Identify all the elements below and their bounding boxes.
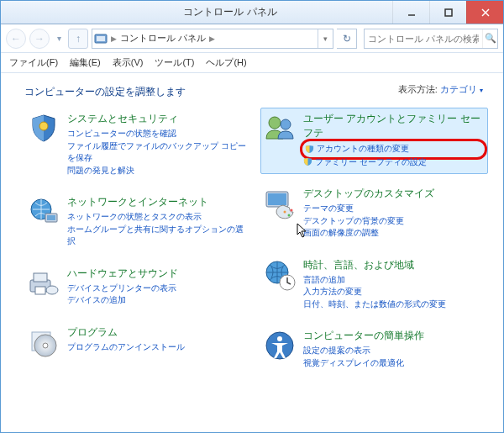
view-mode: 表示方法: カテゴリ ▾: [398, 83, 483, 96]
svg-point-16: [43, 343, 48, 348]
history-dropdown-icon[interactable]: ▾: [53, 29, 65, 49]
maximize-button[interactable]: [429, 1, 466, 24]
category-network[interactable]: ネットワークとインターネット ネットワークの状態とタスクの表示 ホームグループと…: [24, 191, 252, 254]
category-link[interactable]: 言語の追加: [303, 274, 446, 287]
svg-point-23: [291, 209, 293, 212]
refresh-button[interactable]: ↻: [337, 29, 357, 49]
svg-rect-11: [34, 273, 47, 282]
category-user-accounts[interactable]: ユーザー アカウントとファミリー セーフテ アカウントの種類の変更 ファミリー …: [260, 108, 488, 174]
accessibility-icon: [263, 329, 297, 362]
svg-point-6: [39, 122, 48, 130]
close-button[interactable]: [466, 1, 503, 24]
category-link[interactable]: 視覚ディスプレイの最適化: [303, 357, 424, 370]
search-input[interactable]: [365, 34, 482, 44]
category-link[interactable]: 設定の提案の表示: [303, 345, 424, 357]
category-programs[interactable]: プログラム プログラムのアンインストール: [24, 321, 252, 365]
category-link[interactable]: プログラムのアンインストール: [67, 341, 185, 354]
svg-point-27: [277, 336, 282, 341]
category-link[interactable]: 画面の解像度の調整: [303, 227, 434, 240]
up-button[interactable]: ↑: [68, 29, 88, 49]
svg-point-13: [46, 286, 58, 294]
globe-clock-icon: [263, 258, 297, 292]
content-area: コンピューターの設定を調整します 表示方法: カテゴリ ▾ システムとセキュリテ…: [1, 73, 503, 432]
view-mode-value[interactable]: カテゴリ: [440, 84, 477, 94]
svg-rect-12: [35, 287, 45, 294]
category-title[interactable]: プログラム: [67, 325, 185, 340]
breadcrumb-item[interactable]: コントロール パネル: [118, 32, 207, 45]
breadcrumb-dropdown-icon[interactable]: ▾: [318, 29, 333, 48]
category-title[interactable]: コンピューターの簡単操作: [303, 329, 424, 343]
category-link[interactable]: 問題の発見と解決: [67, 165, 248, 177]
chevron-right-icon: ▶: [109, 34, 118, 43]
view-mode-label: 表示方法:: [398, 84, 438, 94]
users-icon: [263, 112, 297, 145]
disc-icon: [27, 325, 60, 359]
svg-point-17: [269, 117, 281, 129]
category-hardware[interactable]: ハードウェアとサウンド デバイスとプリンターの表示 デバイスの追加: [24, 262, 252, 313]
menu-edit[interactable]: 編集(E): [65, 55, 106, 71]
menu-bar: ファイル(F) 編集(E) 表示(V) ツール(T) ヘルプ(H): [1, 53, 503, 73]
svg-point-21: [284, 211, 286, 214]
monitor-palette-icon: [263, 187, 297, 220]
uac-shield-icon: [305, 145, 314, 154]
printer-icon: [27, 267, 60, 300]
category-link[interactable]: 日付、時刻、または数値の形式の変更: [303, 298, 446, 311]
chevron-right-icon: ▶: [207, 34, 217, 43]
back-button[interactable]: ←: [6, 29, 26, 49]
category-link[interactable]: デバイスとプリンターの表示: [67, 283, 178, 295]
category-link[interactable]: ファミリー セーフティの設定: [303, 156, 484, 169]
control-panel-icon: [92, 32, 109, 45]
svg-line-3: [482, 9, 489, 16]
breadcrumb[interactable]: ▶ コントロール パネル ▶ ▾: [92, 29, 333, 49]
category-title[interactable]: ユーザー アカウントとファミリー セーフテ: [303, 112, 484, 140]
category-system-security[interactable]: システムとセキュリティ コンピューターの状態を確認 ファイル履歴でファイルのバッ…: [24, 108, 252, 182]
category-clock-region[interactable]: 時計、言語、および地域 言語の追加 入力方法の変更 日付、時刻、または数値の形式…: [260, 254, 488, 317]
uac-shield-icon: [303, 157, 312, 166]
category-link[interactable]: コンピューターの状態を確認: [67, 128, 248, 140]
svg-rect-1: [445, 9, 452, 16]
svg-rect-20: [268, 193, 286, 205]
search-box[interactable]: 🔍: [364, 29, 498, 49]
category-link[interactable]: デバイスの追加: [67, 294, 178, 307]
minimize-button[interactable]: [392, 1, 429, 24]
category-title[interactable]: システムとセキュリティ: [67, 112, 248, 126]
address-bar: ← → ▾ ↑ ▶ コントロール パネル ▶ ▾ ↻ 🔍: [1, 24, 503, 53]
window-title: コントロール パネル: [68, 5, 392, 19]
category-title[interactable]: デスクトップのカスタマイズ: [303, 187, 434, 201]
category-link[interactable]: ホームグループと共有に関するオプションの選択: [67, 224, 248, 248]
svg-rect-5: [97, 36, 105, 41]
category-link[interactable]: ネットワークの状態とタスクの表示: [67, 211, 248, 224]
category-appearance[interactable]: デスクトップのカスタマイズ テーマの変更 デスクトップの背景の変更 画面の解像度…: [260, 182, 488, 246]
category-link[interactable]: デスクトップの背景の変更: [303, 215, 434, 228]
svg-rect-9: [47, 215, 55, 220]
category-title[interactable]: ネットワークとインターネット: [67, 195, 248, 209]
menu-tools[interactable]: ツール(T): [150, 55, 199, 71]
search-icon[interactable]: 🔍: [482, 29, 497, 48]
shield-icon: [27, 112, 60, 145]
svg-line-2: [482, 9, 489, 16]
forward-button[interactable]: →: [29, 29, 50, 49]
category-link[interactable]: ファイル履歴でファイルのバックアップ コピーを保存: [67, 140, 248, 165]
category-title[interactable]: 時計、言語、および地域: [303, 258, 446, 272]
menu-view[interactable]: 表示(V): [108, 55, 149, 71]
menu-help[interactable]: ヘルプ(H): [201, 55, 251, 71]
svg-point-22: [288, 214, 291, 217]
category-link[interactable]: テーマの変更: [303, 203, 434, 215]
menu-file[interactable]: ファイル(F): [4, 55, 63, 71]
category-ease-of-access[interactable]: コンピューターの簡単操作 設定の提案の表示 視覚ディスプレイの最適化: [260, 325, 488, 375]
chevron-down-icon[interactable]: ▾: [480, 87, 483, 94]
svg-point-18: [281, 119, 291, 129]
titlebar: コントロール パネル: [1, 1, 503, 24]
category-title[interactable]: ハードウェアとサウンド: [67, 267, 178, 281]
link-change-account-type[interactable]: アカウントの種類の変更: [303, 142, 484, 156]
category-link[interactable]: 入力方法の変更: [303, 286, 446, 298]
globe-network-icon: [27, 195, 60, 229]
